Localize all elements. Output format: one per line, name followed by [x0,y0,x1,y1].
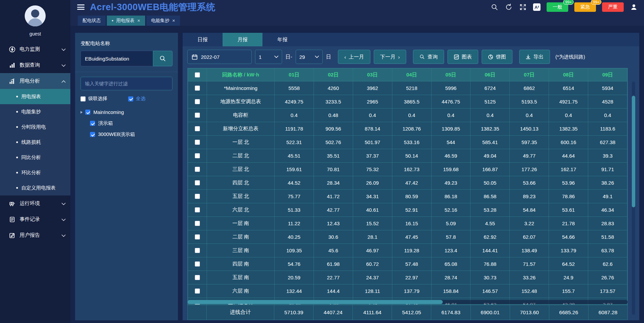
select-all-checkbox[interactable] [128,96,133,101]
export-button[interactable]: 导出 [519,50,550,64]
translate-icon[interactable]: A² [533,3,540,11]
refresh-icon[interactable] [505,3,513,11]
submenu-label: 线路损耗 [21,139,41,145]
row-checkbox[interactable] [195,126,200,131]
search-icon[interactable] [490,3,499,11]
close-icon[interactable]: ✕ [137,19,140,23]
sidebar-item-power-report[interactable]: 用电报表 [0,89,70,104]
sidebar-item-yoy-analysis[interactable]: 同比分析 [0,150,70,165]
vertical-scrollbar-thumb[interactable] [632,96,635,207]
caret-icon[interactable] [80,111,83,114]
chart-label: 图表 [462,54,472,60]
value-cell: 41.72 [314,190,353,203]
tab-monthly-report[interactable]: 月报 [223,33,262,46]
row-checkbox[interactable] [195,113,200,118]
cascade-checkbox[interactable] [80,96,86,101]
value-cell: 22.77 [314,271,353,284]
tab-daily-report[interactable]: 日报 [183,33,223,46]
sidebar-item-event-log[interactable]: 事件记录 [0,211,70,227]
sidebar-item-energy-reading[interactable]: 电能集抄 [0,104,70,119]
close-icon[interactable]: ✕ [172,19,175,23]
row-checkbox[interactable] [195,167,200,172]
value-cell: 44.52 [275,176,314,190]
value-cell: 21.78 [549,217,588,230]
window-tab-distribution-status[interactable]: 配电状态 [78,16,106,26]
sidebar-item-line-loss[interactable]: 线路损耗 [0,135,70,150]
row-checkbox[interactable] [195,194,200,199]
window-tab-energy-reading[interactable]: 电能集抄✕ [146,16,180,26]
user-icon[interactable] [630,3,638,11]
download-icon [526,54,531,60]
row-checkbox[interactable] [195,207,200,212]
window-tab-power-report[interactable]: ●用电报表✕ [107,16,145,26]
select-all-label[interactable]: 全选 [136,96,145,102]
value-cell: 86.18 [431,190,470,203]
tab-yearly-report[interactable]: 年报 [262,33,302,46]
submenu-label: 分时段用电 [21,124,46,130]
sidebar-item-user-report[interactable]: 用户报告 [0,227,70,243]
sidebar-item-custom-report[interactable]: 自定义用电报表 [0,180,70,195]
horizontal-scrollbar-thumb[interactable] [187,300,443,304]
tree-item-main-incoming[interactable]: MainIncoming [80,107,172,118]
active-dot-icon: ● [112,19,113,22]
sidebar-item-power-analysis[interactable]: 用电分析 [0,73,70,89]
row-checkbox[interactable] [195,248,200,253]
sidebar-item-data-query[interactable]: 数据查询 [0,57,70,73]
row-checkbox[interactable] [195,140,200,145]
day-header: 04日 [392,69,431,82]
tree-checkbox[interactable] [90,132,95,137]
row-checkbox[interactable] [195,275,200,280]
row-checkbox[interactable] [195,180,200,185]
station-search-button[interactable] [153,51,172,66]
day-to-select[interactable]: 29 [296,50,323,64]
analysis-icon [9,78,16,85]
tree-checkbox[interactable] [85,110,90,115]
station-input[interactable] [80,51,153,66]
sidebar-item-power-monitor[interactable]: 电力监测 [0,41,70,57]
tree-item-3000web-demo-box[interactable]: 3000WEB演示箱 [80,129,172,140]
chevron-down-icon [274,55,278,58]
row-checkbox[interactable] [195,99,200,104]
fullscreen-icon[interactable] [519,3,527,11]
sidebar-item-time-period-power[interactable]: 分时段用电 [0,119,70,135]
row-checkbox[interactable] [195,86,200,91]
avatar[interactable] [25,5,46,26]
next-month-button[interactable]: 下一月 › [374,50,406,64]
month-picker[interactable]: 2022-07 [187,50,252,64]
row-checkbox[interactable] [195,221,200,226]
value-cell: 28.34 [314,176,353,190]
value-cell: 152.48 [510,284,549,298]
day-header: 01日 [275,69,314,82]
vertical-scrollbar[interactable] [632,82,635,315]
row-checkbox[interactable] [195,234,200,239]
value-cell: 3.22 [510,217,549,230]
pie-button[interactable]: 饼图 [482,50,512,64]
alarm-normal-button[interactable]: 一般 99+ [547,2,568,12]
row-checkbox[interactable] [195,261,200,267]
chart-button[interactable]: 图表 [447,50,478,64]
sidebar-item-environment[interactable]: 运行环境 [0,195,70,211]
day-from-select[interactable]: 1 [255,50,282,64]
window-tabstrip: 配电状态 ●用电报表✕ 电能集抄✕ [70,14,644,26]
value-cell: 119.28 [392,244,431,257]
row-checkbox[interactable] [195,289,200,294]
table-row: 地源热泵空调总表4249.753233.529653865.54476.7551… [188,95,627,109]
query-button[interactable]: 查询 [413,50,444,64]
tree-item-demo-box[interactable]: 演示箱 [80,118,172,129]
value-cell: 33.26 [510,271,549,284]
horizontal-scrollbar[interactable] [187,300,628,304]
value-cell: 44.64 [549,149,588,163]
menu-toggle-icon[interactable] [77,4,85,10]
sidebar-item-mom-analysis[interactable]: 环比分析 [0,165,70,180]
row-checkbox[interactable] [195,153,200,158]
day-header: 09日 [588,69,627,82]
tree-filter-input[interactable] [80,77,172,90]
power-analysis-submenu: 用电报表 电能集抄 分时段用电 线路损耗 同比分析 环比分析 自定义用电报表 [0,89,70,195]
alarm-severe-button[interactable]: 严重 [602,2,624,12]
tree-checkbox[interactable] [90,121,95,126]
value-cell: 5218 [392,82,431,95]
prev-month-button[interactable]: ‹ 上一月 [338,50,370,64]
value-cell: 30.73 [470,271,510,284]
alarm-urgent-button[interactable]: 紧急 99+ [574,2,596,12]
select-all-rows-checkbox[interactable] [195,72,200,77]
